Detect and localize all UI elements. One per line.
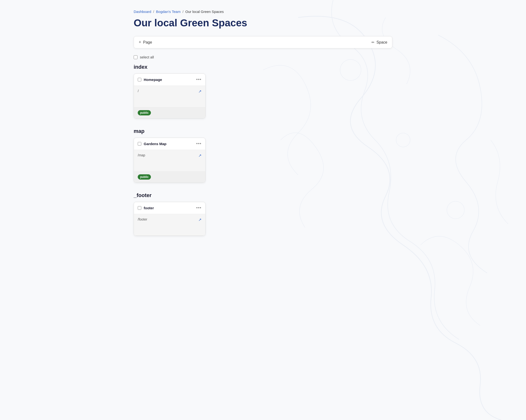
card-gardens-map-body: /map ↗ bbox=[134, 150, 205, 171]
breadcrumb-current: Our local Green Spaces bbox=[185, 10, 224, 14]
card-homepage-external-link[interactable]: ↗ bbox=[198, 89, 202, 94]
card-footer-path: /footer bbox=[138, 217, 147, 221]
section-heading-index: index bbox=[134, 64, 392, 70]
card-gardens-map-path: /map bbox=[138, 153, 145, 157]
card-homepage-menu-button[interactable]: ••• bbox=[196, 77, 202, 82]
card-footer-external-link[interactable]: ↗ bbox=[198, 217, 202, 222]
card-gardens-map-title-row: Gardens Map bbox=[138, 142, 166, 146]
card-gardens-map-header: Gardens Map ••• bbox=[134, 138, 205, 150]
card-footer-header: footer ••• bbox=[134, 202, 205, 214]
card-footer-menu-button[interactable]: ••• bbox=[196, 205, 202, 210]
edit-space-label: Space bbox=[376, 40, 387, 45]
card-homepage-path: / bbox=[138, 89, 139, 93]
breadcrumb: Dashboard / Bogdan's Team / Our local Gr… bbox=[134, 10, 392, 14]
card-footer-checkbox[interactable] bbox=[138, 206, 141, 210]
card-gardens-map-name: Gardens Map bbox=[144, 142, 166, 146]
card-gardens-map-badge: public bbox=[138, 174, 151, 180]
card-homepage-footer: public bbox=[134, 107, 205, 118]
card-homepage-name: Homepage bbox=[144, 78, 162, 82]
add-page-button[interactable]: + Page bbox=[139, 40, 152, 45]
card-homepage-header: Homepage ••• bbox=[134, 74, 205, 86]
card-footer-title-row: footer bbox=[138, 206, 154, 210]
add-page-label: Page bbox=[143, 40, 152, 45]
select-all-label: select all bbox=[140, 55, 154, 59]
section-footer: _footer footer ••• /footer ↗ bbox=[134, 192, 392, 236]
action-bar: + Page ✏ Space bbox=[134, 36, 392, 48]
card-footer-name: footer bbox=[144, 206, 154, 210]
select-all-row: select all bbox=[134, 55, 392, 59]
card-footer-body: /footer ↗ bbox=[134, 214, 205, 236]
svg-point-2 bbox=[447, 201, 465, 219]
section-heading-footer: _footer bbox=[134, 192, 392, 199]
section-map: map Gardens Map ••• /map ↗ public bbox=[134, 128, 392, 183]
page-container: Dashboard / Bogdan's Team / Our local Gr… bbox=[119, 0, 407, 255]
select-all-checkbox[interactable] bbox=[134, 55, 138, 59]
section-index: index Homepage ••• / ↗ public bbox=[134, 64, 392, 119]
breadcrumb-separator-2: / bbox=[182, 10, 183, 14]
card-gardens-map-checkbox[interactable] bbox=[138, 142, 141, 146]
breadcrumb-dashboard[interactable]: Dashboard bbox=[134, 10, 151, 14]
pencil-icon: ✏ bbox=[372, 40, 375, 45]
card-homepage-badge: public bbox=[138, 110, 151, 115]
card-homepage: Homepage ••• / ↗ public bbox=[134, 73, 205, 119]
edit-space-button[interactable]: ✏ Space bbox=[372, 40, 387, 45]
card-homepage-checkbox[interactable] bbox=[138, 78, 141, 81]
card-gardens-map-external-link[interactable]: ↗ bbox=[198, 153, 202, 158]
card-gardens-map-menu-button[interactable]: ••• bbox=[196, 141, 202, 146]
breadcrumb-separator-1: / bbox=[153, 10, 154, 14]
section-heading-map: map bbox=[134, 128, 392, 134]
card-gardens-map: Gardens Map ••• /map ↗ public bbox=[134, 138, 205, 183]
card-homepage-title-row: Homepage bbox=[138, 78, 162, 82]
card-homepage-body: / ↗ bbox=[134, 86, 205, 107]
breadcrumb-team[interactable]: Bogdan's Team bbox=[156, 10, 181, 14]
card-gardens-map-footer: public bbox=[134, 171, 205, 182]
page-title: Our local Green Spaces bbox=[134, 18, 392, 29]
card-footer: footer ••• /footer ↗ bbox=[134, 202, 205, 236]
plus-icon: + bbox=[139, 40, 141, 45]
